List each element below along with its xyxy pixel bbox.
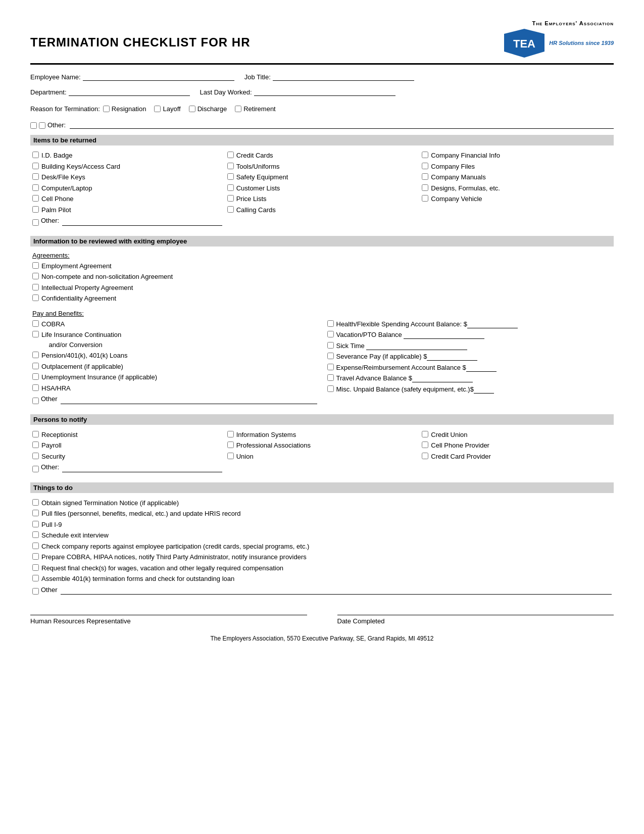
- list-item: Credit Card Provider: [422, 452, 612, 462]
- travel-amount[interactable]: [412, 374, 473, 382]
- todo-final-check[interactable]: [32, 564, 39, 571]
- notify-other-checkbox[interactable]: [32, 466, 39, 472]
- persons-grid: Receptionist Payroll Security Other: Inf…: [32, 430, 612, 473]
- pay-outplacement[interactable]: [32, 363, 39, 369]
- reason-retirement[interactable]: Retirement: [235, 103, 276, 115]
- item-company-manuals[interactable]: [422, 173, 428, 180]
- date-sig-label: Date Completed: [337, 617, 614, 625]
- layoff-checkbox[interactable]: [154, 106, 161, 112]
- reason-discharge[interactable]: Discharge: [189, 103, 227, 115]
- reason-other-input[interactable]: [70, 120, 614, 129]
- things-to-do-header: Things to do: [30, 482, 614, 493]
- pay-health-fsa[interactable]: [327, 320, 334, 327]
- item-credit-cards[interactable]: [227, 152, 234, 158]
- todo-pull-i9[interactable]: [32, 521, 39, 527]
- pay-other-input[interactable]: [61, 395, 317, 404]
- department-input[interactable]: [69, 88, 190, 96]
- job-title-input[interactable]: [273, 73, 414, 81]
- list-item: Confidentiality Agreement: [32, 293, 612, 304]
- agr-confidentiality[interactable]: [32, 295, 39, 301]
- notify-cell-provider[interactable]: [422, 441, 428, 448]
- pay-unemployment[interactable]: [32, 373, 39, 380]
- todo-401k-forms[interactable]: [32, 575, 39, 581]
- notify-union[interactable]: [227, 453, 234, 459]
- todo-company-reports[interactable]: [32, 543, 39, 549]
- item-building-keys[interactable]: [32, 163, 39, 169]
- pay-pension[interactable]: [32, 352, 39, 358]
- notify-prof-assoc[interactable]: [227, 441, 234, 448]
- reason-other-checkbox2[interactable]: [39, 122, 45, 129]
- expense-amount[interactable]: [466, 364, 497, 372]
- pay-life-ins[interactable]: [32, 331, 39, 337]
- item-financial-info[interactable]: [422, 152, 428, 158]
- retirement-checkbox[interactable]: [235, 106, 241, 112]
- item-company-vehicle[interactable]: [422, 195, 428, 202]
- pay-vacation-pto[interactable]: [327, 331, 334, 337]
- item-customer-lists[interactable]: [227, 184, 234, 191]
- logo-tagline: HR Solutions since 1939: [549, 40, 614, 46]
- other-label: Other:: [47, 121, 66, 129]
- item-safety-equipment[interactable]: [227, 173, 234, 180]
- last-day-input[interactable]: [254, 88, 395, 96]
- item-other-input[interactable]: [62, 217, 222, 226]
- pay-sick-time[interactable]: [327, 342, 334, 349]
- pay-severance[interactable]: [327, 353, 334, 359]
- item-price-lists[interactable]: [227, 195, 234, 202]
- notify-payroll[interactable]: [32, 441, 39, 448]
- notify-credit-union[interactable]: [422, 431, 428, 437]
- vacation-pto-amount[interactable]: [404, 331, 484, 339]
- item-desk-keys[interactable]: [32, 173, 39, 180]
- items-col3: Company Financial Info Company Files Com…: [422, 151, 612, 227]
- list-item: Desk/File Keys: [32, 172, 222, 182]
- notify-receptionist[interactable]: [32, 431, 39, 437]
- last-day-label: Last Day Worked:: [200, 88, 252, 96]
- resignation-checkbox[interactable]: [103, 106, 110, 112]
- item-computer[interactable]: [32, 184, 39, 191]
- item-designs[interactable]: [422, 184, 428, 191]
- notify-credit-card-provider[interactable]: [422, 453, 428, 459]
- agr-non-compete[interactable]: [32, 273, 39, 279]
- item-tools[interactable]: [227, 163, 234, 169]
- reason-layoff[interactable]: Layoff: [154, 103, 180, 115]
- employee-name-input[interactable]: [83, 73, 234, 81]
- discharge-checkbox[interactable]: [189, 106, 195, 112]
- pay-travel[interactable]: [327, 374, 334, 381]
- item-company-files[interactable]: [422, 163, 428, 169]
- pay-expense[interactable]: [327, 364, 334, 370]
- pay-cobra[interactable]: [32, 320, 39, 327]
- pay-other-checkbox[interactable]: [32, 398, 39, 404]
- list-item-other: Other:: [32, 462, 222, 472]
- date-sig-line: [337, 615, 614, 615]
- agr-ip[interactable]: [32, 284, 39, 290]
- misc-amount[interactable]: [474, 385, 494, 394]
- notify-security[interactable]: [32, 453, 39, 459]
- todo-termination-notice[interactable]: [32, 499, 39, 506]
- sick-time-amount[interactable]: [366, 342, 467, 350]
- agr-employment[interactable]: [32, 262, 39, 269]
- item-calling-cards[interactable]: [227, 206, 234, 213]
- employee-name-field: Employee Name:: [30, 73, 234, 81]
- notify-other-input[interactable]: [62, 463, 222, 472]
- pay-hsa[interactable]: [32, 384, 39, 391]
- item-cell-phone[interactable]: [32, 195, 39, 202]
- severance-amount[interactable]: [427, 353, 477, 361]
- todo-other-checkbox[interactable]: [32, 588, 39, 595]
- list-item-other: Other: [32, 585, 612, 595]
- list-item: Obtain signed Termination Notice (if app…: [32, 498, 612, 508]
- pay-benefits-grid: COBRA Life Insurance Continuation and/or…: [32, 319, 612, 405]
- item-palm-pilot[interactable]: [32, 206, 39, 213]
- health-fsa-amount[interactable]: [467, 320, 518, 328]
- reason-other-checkbox1[interactable]: [30, 122, 37, 129]
- list-item: Company Financial Info: [422, 151, 612, 161]
- pay-misc[interactable]: [327, 385, 334, 392]
- reason-resignation[interactable]: Resignation: [103, 103, 146, 115]
- todo-pull-files[interactable]: [32, 510, 39, 516]
- todo-other-input[interactable]: [61, 585, 612, 595]
- item-other-checkbox[interactable]: [32, 219, 39, 226]
- todo-cobra-hipaa[interactable]: [32, 553, 39, 560]
- employee-name-label: Employee Name:: [30, 73, 81, 81]
- info-to-review-section: Information to be reviewed with exiting …: [30, 236, 614, 409]
- todo-exit-interview[interactable]: [32, 531, 39, 538]
- item-id-badge[interactable]: [32, 152, 39, 158]
- notify-info-systems[interactable]: [227, 431, 234, 437]
